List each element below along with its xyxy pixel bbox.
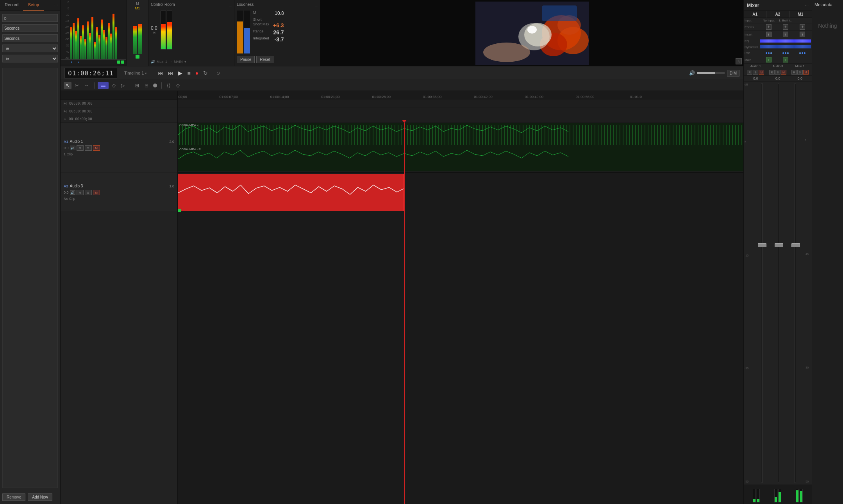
meter-bar-1: [70, 27, 72, 60]
selector-tool-button[interactable]: ↖: [64, 82, 71, 89]
mixer-a1-vol-val: 0.0: [745, 77, 767, 80]
fader-a1-track[interactable]: [761, 83, 763, 483]
track-a2-btn-s[interactable]: S: [85, 190, 92, 195]
meter-bar-11: [94, 42, 96, 59]
left-panel-menu[interactable]: ···: [52, 0, 60, 11]
selection-mode-button[interactable]: ▬: [98, 82, 109, 89]
fader-a2-track[interactable]: [778, 83, 779, 483]
audio2-red-clip[interactable]: [178, 174, 404, 211]
a2-insert-btn[interactable]: I: [783, 32, 788, 37]
add-new-button[interactable]: Add New: [28, 493, 52, 501]
a1-rsm-r[interactable]: R: [747, 70, 752, 75]
a1-eq-strip[interactable]: [760, 39, 777, 43]
scale-30: -30: [61, 38, 69, 41]
audio1-clip-r[interactable]: C0004.MP4 - R: [178, 147, 743, 171]
a1-rsm-m[interactable]: M: [759, 70, 764, 75]
field-seconds-1-input[interactable]: [2, 24, 58, 32]
mixer-menu-button[interactable]: ···: [805, 3, 809, 8]
go-to-start-button[interactable]: ⏮: [156, 69, 165, 77]
volume-slider[interactable]: [697, 72, 725, 74]
track-a1-controls: 0.0 🔊 R S M: [64, 145, 174, 151]
red-clip-waveform: [178, 174, 404, 211]
razor-tool-button[interactable]: ✂: [73, 82, 81, 89]
meter-bar-17: [108, 23, 110, 59]
selection-mode-2-button[interactable]: ◇: [110, 82, 118, 89]
track-a2-btn-m[interactable]: M: [93, 190, 100, 195]
field-select-2-input[interactable]: ie: [2, 55, 58, 62]
track-a1-btn-m[interactable]: M: [93, 145, 100, 151]
marker-button[interactable]: ⟨⟩: [165, 82, 173, 89]
m1-eq-strip[interactable]: [794, 39, 811, 43]
track-a2-btn-r[interactable]: R: [77, 190, 84, 195]
a1-rsm-s[interactable]: S: [753, 70, 758, 75]
meter-bar-3: [75, 31, 77, 59]
play-button[interactable]: ▶: [177, 69, 184, 77]
left-panel-buttons: Remove Add New: [0, 490, 60, 504]
loudness-pause-button[interactable]: Pause: [237, 56, 255, 63]
m1-rsm-r[interactable]: R: [791, 70, 797, 75]
scrub-icon[interactable]: ⊙: [216, 71, 220, 76]
mixer-ch-a1-header: A1: [744, 11, 766, 18]
field-select-1-input[interactable]: ie: [2, 45, 58, 52]
track-a1-btn-r[interactable]: R: [77, 145, 84, 151]
remove-button[interactable]: Remove: [2, 493, 25, 501]
scale-50: -50: [61, 57, 69, 59]
meter-bar-15: [103, 30, 105, 59]
fader-a2-handle[interactable]: [775, 243, 783, 247]
timeline-dropdown-icon[interactable]: ▾: [145, 71, 147, 75]
cr-value: 0.0: [151, 25, 157, 31]
loop-button[interactable]: ↻: [202, 69, 209, 77]
a2-rsm-m[interactable]: M: [781, 70, 786, 75]
field-seconds-2-input[interactable]: [2, 34, 58, 42]
track-a1-btn-mute-icon[interactable]: 🔊: [70, 146, 75, 150]
a2-main-btn[interactable]: T: [783, 57, 788, 62]
go-to-end-button[interactable]: ⏭: [166, 69, 175, 77]
a1-insert-btn[interactable]: I: [766, 32, 772, 37]
tc-arrow-1: ▶|: [64, 102, 67, 105]
track-a2-btn-mute-icon[interactable]: 🔊: [70, 190, 75, 195]
fader-m1-track[interactable]: [795, 83, 796, 483]
m1-dyn-strip[interactable]: [794, 45, 811, 48]
a2-eq-strip[interactable]: [777, 39, 794, 43]
dim-button[interactable]: DIM: [727, 70, 739, 77]
fader-a1-handle[interactable]: [758, 243, 766, 247]
field-p-input[interactable]: [2, 14, 58, 22]
m1-insert-btn[interactable]: I: [800, 32, 805, 37]
timeline-ruler: 01:00:00;00 01:00:07;00 01:00:14;00 01:0…: [178, 91, 743, 100]
tab-record[interactable]: Record: [0, 0, 23, 11]
audio1-clip-l[interactable]: C0004.MP4 - L: [178, 123, 743, 147]
mixer-insert-label: Insert: [745, 33, 760, 36]
a2-rsm-r[interactable]: R: [769, 70, 775, 75]
a2-dyn-strip[interactable]: [777, 45, 794, 48]
mixer-ch-a1-dyn: [760, 45, 777, 49]
record-button[interactable]: ●: [194, 69, 200, 77]
snap-button[interactable]: ⊟: [143, 82, 150, 89]
m1-effects-plus[interactable]: +: [800, 24, 805, 30]
a2-rsm-s[interactable]: S: [775, 70, 780, 75]
cr-vu-meters: [161, 11, 172, 50]
a1-effects-plus[interactable]: +: [766, 24, 772, 30]
preview-expand-button[interactable]: ⤡: [736, 58, 742, 64]
fader-m1-handle[interactable]: [791, 243, 800, 247]
mixer-ch-a1-input: No Input: [760, 19, 777, 22]
loudness-dots[interactable]: ···: [314, 5, 318, 9]
mixer-ch-m1-insert: I: [794, 32, 811, 37]
view-mode-button[interactable]: ⊞: [133, 82, 141, 89]
marker2-button[interactable]: ◇: [174, 82, 182, 89]
track-a1-btn-s[interactable]: S: [85, 145, 92, 151]
loop-dot: [153, 84, 157, 87]
selection-mode-3-button[interactable]: ▷: [119, 82, 127, 89]
tab-setup[interactable]: Setup: [23, 0, 44, 11]
a1-dyn-strip[interactable]: [760, 45, 777, 48]
stop-button[interactable]: ■: [186, 69, 192, 77]
mixer-fader-area: dB 5 -15 -30 -50: [744, 82, 812, 484]
loudness-reset-button[interactable]: Reset: [256, 56, 273, 63]
cr-vu-l: [161, 11, 166, 50]
a2-effects-plus[interactable]: +: [783, 24, 788, 30]
m1-rsm-s[interactable]: S: [797, 70, 803, 75]
slip-tool-button[interactable]: ↔: [82, 82, 91, 89]
a1-main-btn[interactable]: T: [766, 57, 772, 62]
control-room-dots[interactable]: ···: [229, 5, 232, 9]
m1-rsm-m[interactable]: M: [803, 70, 809, 75]
loudness-range-row: Range 26.7: [253, 29, 284, 36]
